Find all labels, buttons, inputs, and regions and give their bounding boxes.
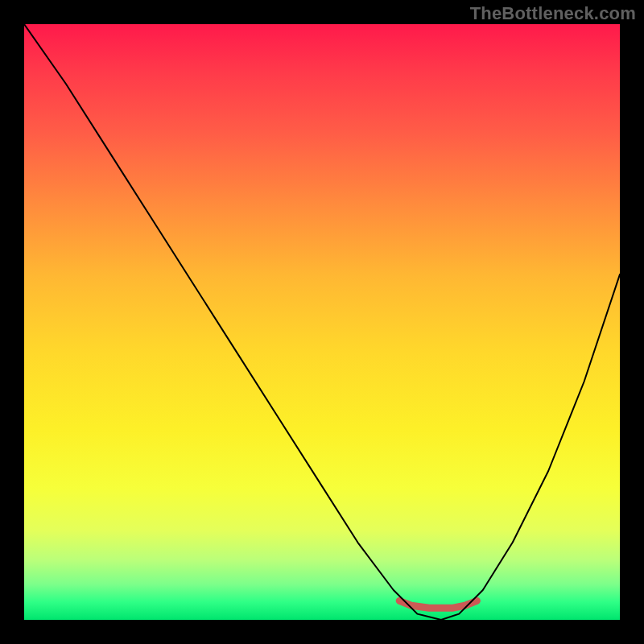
watermark-text: TheBottleneck.com bbox=[470, 3, 636, 24]
bottleneck-curve bbox=[24, 24, 620, 620]
plot-area bbox=[24, 24, 620, 620]
chart-container: TheBottleneck.com bbox=[0, 0, 644, 644]
plot-svg bbox=[24, 24, 620, 620]
